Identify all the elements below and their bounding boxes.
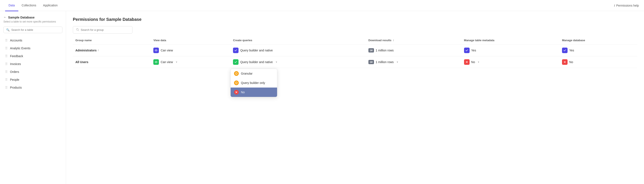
view-data-badge — [153, 48, 159, 53]
back-arrow-icon: ← — [4, 15, 7, 19]
col-group-name: Group name — [73, 39, 151, 45]
download-info-icon: i — [393, 39, 394, 42]
table-row: All Users Can view ▾ — [73, 56, 637, 68]
table-name: Feedback — [10, 54, 23, 58]
allusers-download-results[interactable]: 1M 1 million rows ▾ — [368, 60, 459, 64]
admin-manage-database: Yes — [562, 48, 635, 53]
svg-point-5 — [156, 62, 156, 63]
table-name: Accounts — [10, 39, 22, 42]
permissions-help-link[interactable]: i Permissions help — [614, 4, 639, 7]
table-item-orders[interactable]: ⠿ Orders — [4, 68, 62, 76]
table-name: Orders — [10, 70, 19, 74]
admin-view-data: Can view — [153, 48, 228, 53]
main-content: Permissions for Sample Database Group na… — [66, 11, 644, 184]
manage-db-badge — [562, 48, 568, 53]
tab-data[interactable]: Data — [5, 0, 18, 11]
svg-point-3 — [156, 50, 156, 51]
create-queries-badge — [233, 48, 238, 53]
rows-badge: 1M — [368, 60, 374, 64]
table-search[interactable]: 🔍 — [4, 27, 62, 33]
qb-only-icon — [234, 81, 239, 85]
top-nav: Data Collections Application i Permissio… — [0, 0, 644, 11]
table-name: Products — [10, 86, 22, 89]
search-icon — [76, 28, 79, 32]
allusers-manage-metadata[interactable]: No ▾ — [464, 59, 557, 65]
back-button[interactable]: ← Sample Database — [4, 15, 62, 19]
drag-icon: ⠿ — [5, 70, 8, 74]
view-data-text: Can view — [160, 60, 173, 64]
col-download-results: Download results i — [366, 39, 462, 45]
allusers-view-data[interactable]: Can view ▾ — [153, 59, 228, 65]
group-search[interactable] — [73, 26, 132, 34]
manage-metadata-text: Yes — [471, 49, 476, 52]
layout: ← Sample Database Select a table to set … — [0, 11, 644, 184]
col-view-data: View data — [151, 39, 230, 45]
manage-metadata-badge — [464, 59, 470, 65]
group-search-input[interactable] — [81, 28, 129, 31]
permissions-table: Group name View data Create queries Down… — [73, 39, 637, 68]
granular-icon — [234, 71, 239, 76]
dropdown-item-granular[interactable]: Granular — [231, 69, 277, 78]
no-icon — [234, 90, 239, 94]
dropdown-item-label: Granular — [241, 72, 252, 75]
allusers-manage-database: No — [562, 59, 635, 65]
table-item-analytic-events[interactable]: ⠿ Analytic Events — [4, 44, 62, 52]
table-item-feedback[interactable]: ⠿ Feedback — [4, 52, 62, 60]
chevron-down-icon[interactable]: ▾ — [397, 61, 398, 64]
create-queries-text: Query builder and native — [240, 49, 273, 52]
manage-db-text: Yes — [569, 49, 574, 52]
table-item-products[interactable]: ⠿ Products — [4, 84, 62, 92]
chevron-down-icon[interactable]: ▾ — [176, 61, 177, 64]
table-name: Invoices — [10, 62, 21, 66]
dropdown-item-no[interactable]: No — [231, 88, 277, 97]
create-queries-badge — [233, 59, 238, 65]
permissions-help-label: Permissions help — [616, 4, 639, 7]
drag-icon: ⠿ — [5, 62, 8, 66]
dropdown-item-label: Query builder only — [241, 81, 265, 85]
chevron-down-icon[interactable]: ▾ — [478, 61, 479, 64]
admin-download-results: 1M 1 million rows — [368, 48, 459, 52]
manage-db-text: No — [569, 60, 573, 64]
allusers-create-queries[interactable]: Query builder and native ▾ — [233, 59, 363, 65]
dropdown-item-qb-only[interactable]: Query builder only — [231, 78, 277, 88]
svg-line-1 — [78, 30, 79, 31]
view-data-badge — [153, 59, 159, 65]
chevron-down-icon[interactable]: ▾ — [276, 61, 277, 64]
dropdown-item-label: No — [241, 91, 245, 94]
table-list: ⠿ Accounts ⠿ Analytic Events ⠿ Feedback … — [4, 37, 62, 92]
table-search-input[interactable] — [11, 28, 60, 31]
table-name: Analytic Events — [10, 47, 30, 50]
create-queries-dropdown: Granular Query builder only — [230, 69, 277, 97]
tab-application[interactable]: Application — [40, 0, 61, 11]
drag-icon: ⠿ — [5, 38, 8, 42]
download-results-text: 1 million rows — [376, 49, 394, 52]
group-name-all-users: All Users — [76, 60, 148, 64]
view-data-text: Can view — [160, 49, 173, 52]
table-item-people[interactable]: ⠿ People — [4, 76, 62, 84]
tab-collections[interactable]: Collections — [18, 0, 40, 11]
col-manage-table-metadata: Manage table metadata — [462, 39, 560, 45]
download-results-text: 1 million rows — [376, 60, 394, 64]
administrators-info-icon[interactable]: i — [98, 49, 98, 52]
database-title: Sample Database — [8, 15, 34, 19]
sidebar: ← Sample Database Select a table to set … — [0, 11, 66, 184]
sidebar-subtitle: Select a table to set more specific perm… — [4, 20, 62, 24]
manage-metadata-text: No — [471, 60, 475, 64]
admin-create-queries: Query builder and native — [233, 48, 363, 53]
table-name: People — [10, 78, 20, 81]
page-title: Permissions for Sample Database — [73, 17, 637, 22]
drag-icon: ⠿ — [5, 86, 8, 90]
drag-icon: ⠿ — [5, 78, 8, 82]
drag-icon: ⠿ — [5, 46, 8, 50]
col-create-queries: Create queries — [230, 39, 366, 45]
drag-icon: ⠿ — [5, 54, 8, 58]
group-name-administrators: Administrators i — [76, 49, 148, 52]
nav-tabs: Data Collections Application — [5, 0, 61, 11]
manage-db-badge — [562, 59, 568, 65]
search-icon: 🔍 — [6, 28, 10, 31]
table-item-accounts[interactable]: ⠿ Accounts — [4, 37, 62, 44]
col-manage-database: Manage database — [560, 39, 637, 45]
table-item-invoices[interactable]: ⠿ Invoices — [4, 60, 62, 68]
manage-metadata-badge — [464, 48, 470, 53]
table-row: Administrators i Can view — [73, 45, 637, 56]
